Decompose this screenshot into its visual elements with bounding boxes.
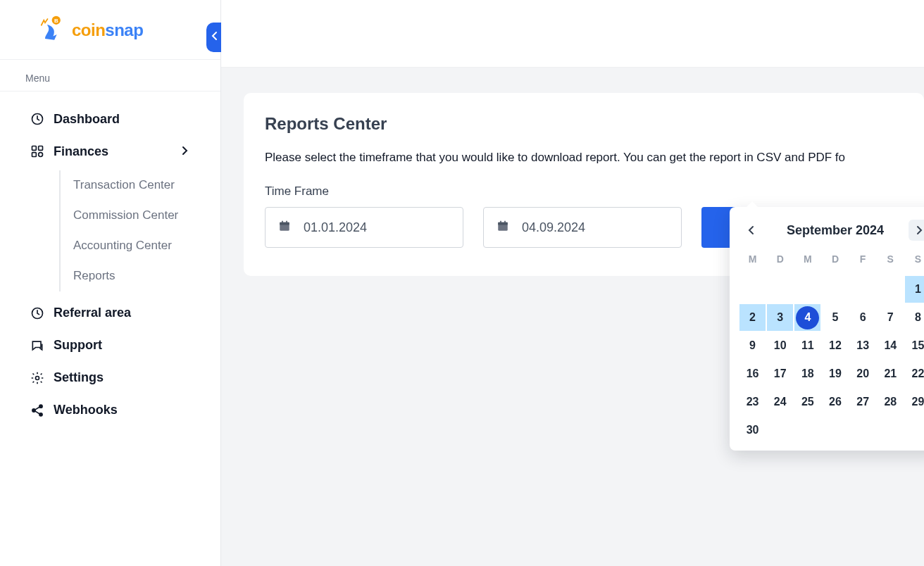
datepicker-day[interactable]: 22: [905, 360, 924, 387]
datepicker-empty-cell: [822, 276, 848, 303]
svg-rect-13: [280, 222, 289, 225]
nav: Dashboard Finances Transaction Center Co…: [0, 99, 220, 427]
datepicker-empty-cell: [850, 276, 876, 303]
datepicker-dow: S: [878, 248, 904, 275]
datepicker-day[interactable]: 9: [739, 332, 766, 359]
time-frame-label: Time Frame: [265, 184, 903, 199]
datepicker-empty-cell: [767, 417, 793, 444]
datepicker-day[interactable]: 20: [850, 360, 876, 387]
datepicker-popover: September 2024 MDMDFSS123456789101112131…: [730, 207, 924, 451]
svg-rect-18: [500, 220, 501, 223]
calendar-icon: [278, 220, 291, 236]
sidebar-item-settings[interactable]: Settings: [25, 362, 206, 394]
datepicker-empty-cell: [794, 417, 820, 444]
datepicker-day[interactable]: 15: [905, 332, 924, 359]
datepicker-grid: MDMDFSS123456789101112131415161718192021…: [739, 248, 924, 444]
datepicker-day[interactable]: 4: [794, 304, 820, 331]
datepicker-dow: M: [794, 248, 820, 275]
subnav-reports[interactable]: Reports: [73, 261, 186, 291]
datepicker-day[interactable]: 29: [905, 389, 924, 415]
datepicker-day[interactable]: 26: [822, 389, 848, 415]
datepicker-dow: M: [739, 248, 766, 275]
topbar: [221, 0, 924, 68]
sidebar-item-label: Finances: [54, 144, 108, 159]
datepicker-day[interactable]: 18: [794, 360, 820, 387]
chevron-left-icon: [211, 31, 218, 44]
datepicker-day[interactable]: 14: [878, 332, 904, 359]
clock-icon: [30, 111, 45, 127]
datepicker-day[interactable]: 13: [850, 332, 876, 359]
grid-icon: [30, 144, 45, 159]
datepicker-day[interactable]: 28: [878, 389, 904, 415]
sidebar-item-dashboard[interactable]: Dashboard: [25, 103, 206, 135]
datepicker-day[interactable]: 10: [767, 332, 793, 359]
datepicker-empty-cell: [878, 417, 904, 444]
sidebar-item-label: Dashboard: [54, 112, 120, 127]
datepicker-day[interactable]: 30: [739, 417, 766, 444]
datepicker-day[interactable]: 12: [822, 332, 848, 359]
datepicker-day[interactable]: 23: [739, 389, 766, 415]
datepicker-next-button[interactable]: [909, 220, 924, 241]
chat-icon: [30, 338, 45, 353]
datepicker-day[interactable]: 5: [822, 304, 848, 331]
datepicker-day[interactable]: 7: [878, 304, 904, 331]
datepicker-empty-cell: [850, 417, 876, 444]
chevron-right-icon: [181, 144, 188, 159]
calendar-icon: [497, 220, 509, 236]
sidebar-item-support[interactable]: Support: [25, 329, 206, 362]
datepicker-day[interactable]: 8: [905, 304, 924, 331]
share-icon: [30, 403, 45, 418]
logo: B coinsnap: [0, 0, 220, 60]
sidebar-item-label: Webhooks: [54, 403, 118, 417]
finances-submenu: Transaction Center Commission Center Acc…: [59, 170, 206, 291]
svg-rect-19: [504, 220, 506, 223]
datepicker-day[interactable]: 17: [767, 360, 793, 387]
datepicker-empty-cell: [794, 276, 820, 303]
sidebar-item-label: Support: [54, 338, 102, 353]
svg-rect-4: [39, 146, 43, 151]
datepicker-day[interactable]: 21: [878, 360, 904, 387]
datepicker-day[interactable]: 16: [739, 360, 766, 387]
datepicker-day[interactable]: 2: [739, 304, 766, 331]
svg-rect-3: [32, 146, 37, 151]
sidebar-item-label: Settings: [54, 370, 104, 385]
subnav-transaction-center[interactable]: Transaction Center: [73, 170, 186, 201]
datepicker-month-title[interactable]: September 2024: [787, 223, 884, 238]
gear-icon: [30, 370, 45, 386]
datepicker-prev-button[interactable]: [741, 220, 762, 241]
subnav-commission-center[interactable]: Commission Center: [73, 201, 186, 231]
clock-icon: [30, 306, 45, 321]
page-title: Reports Center: [265, 114, 903, 134]
datepicker-dow: D: [767, 248, 793, 275]
main: Reports Center Please select the timefra…: [221, 0, 924, 566]
datepicker-day[interactable]: 27: [850, 389, 876, 415]
date-from-input[interactable]: 01.01.2024: [265, 207, 463, 248]
sidebar-item-finances[interactable]: Finances: [25, 135, 206, 168]
date-to-input[interactable]: 04.09.2024: [483, 207, 682, 248]
datepicker-day[interactable]: 25: [794, 389, 820, 415]
svg-rect-17: [498, 222, 508, 225]
datepicker-empty-cell: [905, 417, 924, 444]
sidebar: B coinsnap Menu Dashboard: [0, 0, 221, 566]
datepicker-empty-cell: [878, 276, 904, 303]
datepicker-dow: D: [822, 248, 848, 275]
sidebar-item-webhooks[interactable]: Webhooks: [25, 394, 206, 427]
svg-rect-5: [32, 153, 37, 157]
subnav-accounting-center[interactable]: Accounting Center: [73, 231, 186, 261]
chevron-right-icon: [915, 225, 923, 235]
datepicker-day[interactable]: 24: [767, 389, 793, 415]
svg-text:B: B: [54, 18, 58, 24]
datepicker-day[interactable]: 1: [905, 276, 924, 303]
datepicker-dow: F: [850, 248, 876, 275]
report-description: Please select the timeframe that you wou…: [265, 151, 903, 165]
sidebar-item-referral[interactable]: Referral area: [25, 297, 206, 329]
svg-rect-15: [286, 220, 287, 223]
coinsnap-logo-icon: B: [35, 14, 65, 46]
datepicker-day[interactable]: 3: [767, 304, 793, 331]
datepicker-empty-cell: [767, 276, 793, 303]
datepicker-day[interactable]: 6: [850, 304, 876, 331]
datepicker-empty-cell: [822, 417, 848, 444]
datepicker-day[interactable]: 11: [794, 332, 820, 359]
brand-text: coinsnap: [72, 20, 143, 40]
datepicker-day[interactable]: 19: [822, 360, 848, 387]
